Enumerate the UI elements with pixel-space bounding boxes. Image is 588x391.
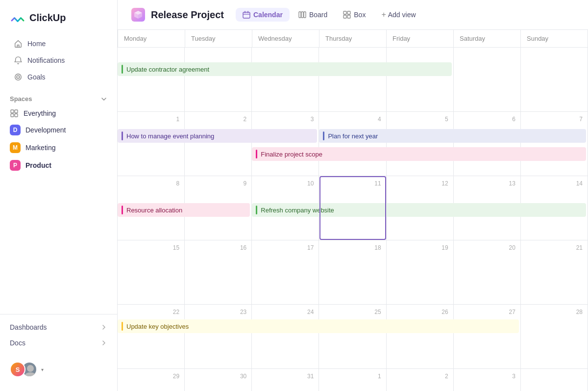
week-row-1: 1234567How to manage event planningPlan …	[118, 112, 588, 176]
day-cell-w3d2[interactable]: 17	[252, 240, 319, 304]
day-number: 2	[389, 371, 451, 382]
event-label: Plan for next year	[328, 132, 378, 140]
box-tab-label: Box	[354, 11, 366, 19]
sidebar-item-notifications[interactable]: Notifications	[4, 52, 113, 69]
logo-area: ClickUp	[0, 8, 117, 35]
day-cell-w0d3[interactable]	[319, 48, 386, 111]
day-cell-w0d1[interactable]	[185, 48, 252, 111]
event-bar-1-1[interactable]: Plan for next year	[319, 129, 586, 143]
day-cell-w4d1[interactable]: 23	[185, 305, 252, 368]
add-view-button[interactable]: + Add view	[374, 7, 422, 22]
day-cell-w3d0[interactable]: 15	[118, 240, 185, 304]
day-cell-w1d6[interactable]: 7	[521, 112, 588, 176]
day-cell-w4d5[interactable]: 27	[454, 305, 521, 368]
day-number: 31	[254, 371, 317, 382]
day-cell-w0d4[interactable]	[387, 48, 454, 111]
week-row-4: 22232425262728Update key objectives	[118, 305, 588, 369]
day-number: 24	[254, 307, 317, 317]
day-cell-w5d4[interactable]: 2	[387, 369, 454, 391]
sidebar-item-product[interactable]: P Product	[0, 156, 117, 174]
event-accent	[323, 131, 324, 140]
day-cell-w3d5[interactable]: 20	[454, 240, 521, 304]
day-cell-w3d3[interactable]: 18	[319, 240, 386, 304]
day-number: 2	[187, 114, 249, 125]
event-label: Update contractor agreement	[126, 66, 209, 73]
svg-rect-15	[347, 11, 350, 14]
avatar-stack: S	[10, 362, 37, 377]
tab-calendar[interactable]: Calendar	[236, 8, 290, 22]
board-icon	[298, 11, 306, 19]
day-header-wednesday: Wednesday	[252, 30, 319, 48]
day-cell-w1d5[interactable]: 6	[454, 112, 521, 176]
day-cell-w1d4[interactable]: 5	[387, 112, 454, 176]
day-header-tuesday: Tuesday	[185, 30, 252, 48]
day-cell-w0d2[interactable]	[252, 48, 319, 111]
spaces-section-header: Spaces	[0, 89, 117, 105]
day-cell-w1d0[interactable]: 1	[118, 112, 185, 176]
day-cell-w1d1[interactable]: 2	[185, 112, 252, 176]
sidebar-item-home[interactable]: Home	[4, 35, 113, 52]
day-number: 16	[187, 242, 249, 253]
day-cell-w1d3[interactable]: 4	[319, 112, 386, 176]
user-area[interactable]: S ▾	[0, 356, 117, 383]
day-cell-w1d2[interactable]: 3	[252, 112, 319, 176]
clickup-logo-icon	[10, 10, 25, 26]
sidebar-item-dashboards[interactable]: Dashboards	[10, 319, 107, 335]
day-cell-w4d6[interactable]: 28	[521, 305, 588, 368]
event-bar-1-2[interactable]: Finalize project scope	[252, 147, 586, 161]
sidebar-item-goals[interactable]: Goals	[4, 69, 113, 85]
day-cell-w0d6[interactable]	[521, 48, 588, 111]
svg-rect-12	[301, 12, 303, 18]
svg-rect-10	[243, 12, 250, 18]
day-header-friday: Friday	[387, 30, 454, 48]
day-cell-w0d5[interactable]	[454, 48, 521, 111]
day-cell-w4d2[interactable]: 24	[252, 305, 319, 368]
day-number: 29	[120, 371, 182, 382]
event-bar-4-0[interactable]: Update key objectives	[118, 319, 519, 333]
event-bar-1-0[interactable]: How to manage event planning	[118, 129, 317, 143]
event-accent	[256, 150, 257, 158]
day-cell-w4d4[interactable]: 26	[387, 305, 454, 368]
sidebar-item-everything[interactable]: Everything	[0, 105, 117, 121]
day-cell-w4d3[interactable]: 25	[319, 305, 386, 368]
grid-icon	[10, 109, 19, 118]
sidebar-item-marketing[interactable]: M Marketing	[0, 139, 117, 156]
day-cell-w5d2[interactable]: 31	[252, 369, 319, 391]
day-cell-w5d5[interactable]: 3	[454, 369, 521, 391]
event-bar-0-0[interactable]: Update contractor agreement	[118, 62, 452, 76]
svg-point-2	[18, 77, 19, 78]
day-cell-w5d3[interactable]: 1	[319, 369, 386, 391]
tab-board[interactable]: Board	[292, 8, 334, 22]
box-icon	[343, 11, 351, 19]
day-number: 8	[120, 178, 182, 189]
day-number: 17	[254, 242, 317, 253]
day-cell-w5d6[interactable]	[521, 369, 588, 391]
day-number: 9	[187, 178, 249, 189]
day-cell-w3d1[interactable]: 16	[185, 240, 252, 304]
event-label: Refresh company website	[261, 207, 334, 214]
sidebar-item-development[interactable]: D Development	[0, 121, 117, 139]
calendar-body: Update contractor agreement1234567How to…	[118, 48, 588, 391]
event-bar-2-0[interactable]: Resource allocation	[118, 203, 250, 217]
spaces-chevron-icon[interactable]	[100, 96, 107, 103]
day-cell-w3d4[interactable]: 19	[387, 240, 454, 304]
sidebar-item-docs[interactable]: Docs	[10, 335, 107, 351]
day-number: 7	[523, 114, 586, 125]
day-cell-w5d0[interactable]: 29	[118, 369, 185, 391]
dashboards-label: Dashboards	[10, 323, 47, 331]
day-cell-w0d0[interactable]	[118, 48, 185, 111]
day-cell-w4d0[interactable]: 22	[118, 305, 185, 368]
day-number: 20	[456, 242, 518, 253]
day-header-monday: Monday	[118, 30, 185, 48]
day-number: 25	[321, 307, 384, 317]
day-number: 22	[120, 307, 182, 317]
event-bar-2-1[interactable]: Refresh company website	[252, 203, 586, 217]
day-header-saturday: Saturday	[454, 30, 521, 48]
day-cell-w3d6[interactable]: 21	[521, 240, 588, 304]
notifications-label: Notifications	[27, 56, 65, 64]
tab-box[interactable]: Box	[336, 8, 372, 22]
day-header-sunday: Sunday	[521, 30, 588, 48]
day-cell-w5d1[interactable]: 30	[185, 369, 252, 391]
day-number: 23	[187, 307, 249, 317]
add-view-label: Add view	[388, 11, 416, 19]
